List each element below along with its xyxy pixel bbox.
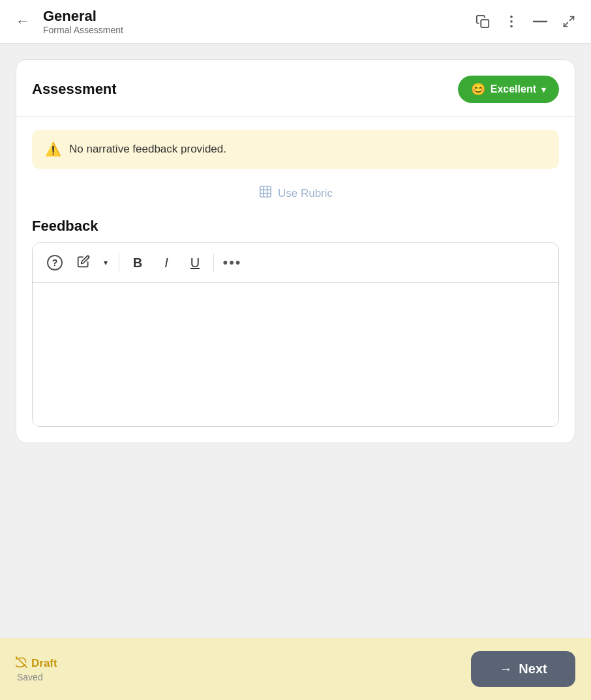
app-header: ← General Formal Assessment [0, 0, 591, 44]
fullscreen-icon[interactable] [560, 12, 578, 31]
assessment-card: Assessment 😊 Excellent ▾ ⚠️ No narrative… [16, 59, 575, 443]
footer: Draft Saved → Next [0, 638, 591, 700]
more-options-icon: ••• [222, 254, 241, 271]
draft-section: Draft Saved [16, 656, 57, 682]
excellent-button[interactable]: 😊 Excellent ▾ [458, 76, 559, 103]
svg-point-2 [510, 20, 513, 23]
draft-row: Draft [16, 656, 57, 671]
bold-icon: B [133, 255, 142, 270]
warning-icon: ⚠️ [45, 141, 61, 157]
toolbar-divider-1 [119, 254, 119, 272]
assessment-label: Assessment [32, 81, 117, 98]
warning-banner: ⚠️ No narrative feedback provided. [32, 130, 559, 169]
italic-icon: I [164, 255, 168, 270]
feedback-text-area[interactable] [33, 283, 558, 426]
pencil-group: ▾ [70, 250, 114, 276]
assessment-row: Assessment 😊 Excellent ▾ [32, 76, 559, 103]
more-options-button[interactable]: ••• [219, 250, 245, 276]
copy-icon[interactable] [474, 12, 492, 31]
header-icons [474, 12, 578, 31]
more-vertical-icon[interactable] [502, 12, 521, 31]
underline-button[interactable]: U [182, 250, 208, 276]
italic-button[interactable]: I [153, 250, 179, 276]
next-arrow-icon: → [499, 662, 512, 677]
header-subtitle: Formal Assessment [43, 25, 463, 35]
use-rubric-label: Use Rubric [278, 187, 333, 200]
chevron-down-icon: ▾ [541, 85, 546, 95]
svg-rect-7 [260, 186, 271, 197]
toolbar-divider-2 [213, 254, 214, 272]
rubric-grid-icon [258, 184, 273, 202]
editor-toolbar: ? ▾ [33, 243, 558, 283]
excellent-emoji: 😊 [471, 82, 485, 96]
pencil-icon [77, 255, 90, 271]
saved-label: Saved [16, 672, 57, 682]
draft-label: Draft [31, 657, 57, 670]
header-title-group: General Formal Assessment [43, 8, 463, 35]
divider [16, 116, 575, 117]
help-button[interactable]: ? [42, 250, 68, 276]
svg-rect-0 [481, 20, 489, 27]
feedback-label: Feedback [32, 218, 559, 235]
excellent-label: Excellent [491, 83, 536, 95]
svg-line-5 [570, 17, 574, 21]
svg-point-3 [510, 25, 513, 28]
bold-button[interactable]: B [125, 250, 151, 276]
next-label: Next [519, 662, 547, 677]
pencil-chevron-icon: ▾ [104, 258, 108, 267]
feedback-editor: ? ▾ [32, 242, 559, 427]
svg-line-6 [564, 23, 568, 27]
draft-icon [16, 656, 27, 671]
next-button[interactable]: → Next [471, 651, 575, 687]
pencil-button[interactable] [70, 250, 97, 276]
use-rubric-button[interactable]: Use Rubric [32, 184, 559, 202]
back-button[interactable]: ← [13, 12, 33, 31]
svg-point-1 [510, 16, 513, 18]
underline-icon: U [190, 255, 200, 270]
main-content: Assessment 😊 Excellent ▾ ⚠️ No narrative… [0, 44, 591, 622]
help-icon: ? [47, 255, 63, 270]
warning-text: No narrative feedback provided. [69, 143, 226, 156]
pencil-chevron-button[interactable]: ▾ [98, 250, 114, 276]
header-title: General [43, 8, 463, 25]
minimize-icon[interactable] [531, 12, 549, 31]
